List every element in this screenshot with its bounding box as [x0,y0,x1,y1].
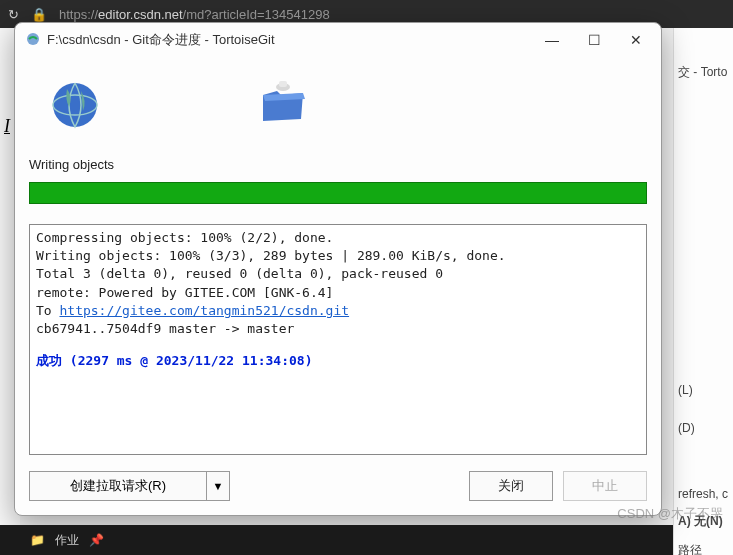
taskbar-pin-icon[interactable]: 📌 [89,533,104,547]
dialog-body: Writing objects Compressing objects: 100… [15,57,661,515]
lock-icon: 🔒 [31,7,47,22]
git-progress-dialog: F:\csdn\csdn - Git命令进度 - TortoiseGit — ☐… [14,22,662,516]
titlebar: F:\csdn\csdn - Git命令进度 - TortoiseGit — ☐… [15,23,661,57]
globe-icon [49,77,105,133]
url-scheme: https:// [59,7,98,22]
svg-point-0 [27,33,39,45]
pull-request-split-button[interactable]: 创建拉取请求(R) ▼ [29,471,230,501]
url-host: editor.csdn.net [98,7,183,22]
progress-bar [29,182,647,204]
svg-point-1 [53,83,97,127]
log-line: Compressing objects: 100% (2/2), done. [36,229,640,247]
bg-shortcut-d: (D) [674,415,733,441]
url-display[interactable]: https://editor.csdn.net/md?articleId=134… [59,7,330,22]
minimize-button[interactable]: — [531,25,573,55]
pull-request-button[interactable]: 创建拉取请求(R) [30,472,207,500]
log-line: To https://gitee.com/tangmin521/csdn.git [36,302,640,320]
abort-button: 中止 [563,471,647,501]
icon-row [29,67,647,151]
log-output[interactable]: Compressing objects: 100% (2/2), done. W… [29,224,647,455]
svg-rect-4 [279,81,287,87]
reload-icon[interactable]: ↻ [8,7,19,22]
log-line: remote: Powered by GITEE.COM [GNK-6.4] [36,284,640,302]
watermark: CSDN @木子不哭 [617,505,723,523]
close-button[interactable]: 关闭 [469,471,553,501]
taskbar-folder-icon[interactable]: 📁 [30,533,45,547]
window-title: F:\csdn\csdn - Git命令进度 - TortoiseGit [47,31,531,49]
dropdown-arrow-icon[interactable]: ▼ [207,472,229,500]
log-to-prefix: To [36,303,59,318]
tortoisegit-icon [25,31,41,50]
remote-url-link[interactable]: https://gitee.com/tangmin521/csdn.git [59,303,349,318]
log-line: Total 3 (delta 0), reused 0 (delta 0), p… [36,265,640,283]
log-line: Writing objects: 100% (3/3), 289 bytes |… [36,247,640,265]
taskbar-folder-label[interactable]: 作业 [55,532,79,549]
bg-path-label: 路径 [674,536,733,555]
bg-refresh-text: refresh, c [674,481,733,507]
window-controls: — ☐ ✕ [531,25,657,55]
log-line: cb67941..7504df9 master -> master [36,320,640,338]
bg-tab-fragment: 交 - Torto [674,58,733,87]
close-window-button[interactable]: ✕ [615,25,657,55]
button-row: 创建拉取请求(R) ▼ 关闭 中止 [29,471,647,501]
folder-icon [255,77,311,133]
url-path: /md?articleId=134541298 [183,7,330,22]
taskbar: 📁 作业 📌 [0,525,673,555]
log-success: 成功 (2297 ms @ 2023/11/22 11:34:08) [36,352,640,370]
bg-right-panel: 交 - Torto (L) (D) refresh, c A) 无(N) 路径 [673,28,733,555]
maximize-button[interactable]: ☐ [573,25,615,55]
status-label: Writing objects [29,157,647,172]
bg-shortcut-l: (L) [674,377,733,403]
